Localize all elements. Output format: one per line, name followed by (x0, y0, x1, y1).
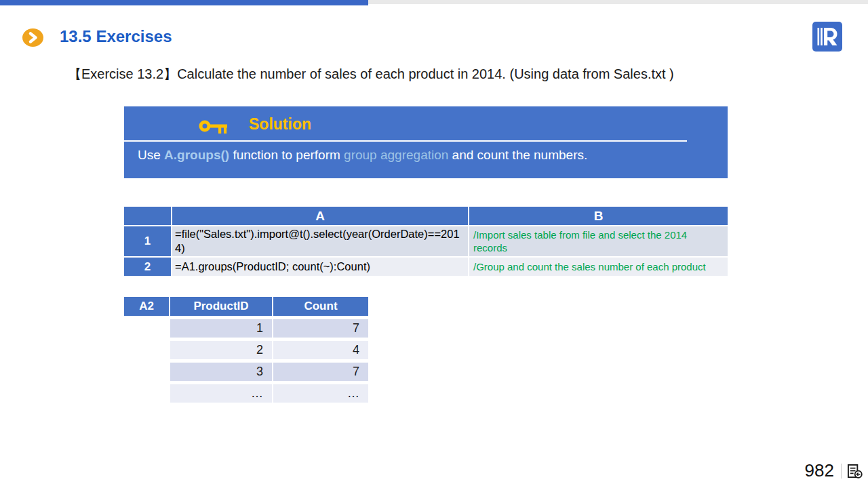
productid-value: 2 (170, 341, 272, 359)
top-secondary-bar (368, 0, 868, 4)
solution-text-part: function to perform (229, 148, 344, 162)
count-value: 4 (273, 341, 368, 359)
top-accent-bar (0, 0, 368, 5)
count-value: 7 (273, 319, 368, 338)
result-header-count: Count (273, 297, 368, 316)
footer-divider (841, 464, 842, 479)
solution-text-part: and count the numbers. (448, 148, 587, 162)
code-cell-a1: =file("Sales.txt").import@t().select(yea… (172, 226, 468, 256)
solution-box: Solution Use A.groups() function to perf… (124, 106, 728, 178)
solution-text: Use A.groups() function to perform group… (138, 148, 721, 163)
productid-value: 3 (170, 363, 272, 381)
solution-text-part: Use (138, 148, 164, 162)
count-value: … (273, 384, 368, 403)
result-cell-ref: A2 (124, 297, 169, 316)
comment-cell-b2: /Group and count the sales number of eac… (469, 258, 728, 276)
esproc-logo (812, 22, 842, 52)
page-title: 13.5 Exercises (60, 27, 172, 46)
productid-value: … (170, 384, 272, 403)
code-table-header-a: A (172, 207, 468, 225)
key-icon (199, 119, 230, 136)
solution-code-ref: A.groups() (164, 148, 229, 162)
table-row: 3 7 (124, 363, 368, 381)
productid-value: 1 (170, 319, 272, 338)
row-number: 2 (124, 258, 171, 276)
slide: 13.5 Exercises 【Exercise 13.2】Calculate … (0, 0, 868, 488)
table-row: … … (124, 384, 368, 403)
table-row: 2 4 (124, 341, 368, 359)
count-value: 7 (273, 363, 368, 381)
result-table: A2 ProductID Count 1 7 2 4 3 7 … … (124, 297, 368, 403)
solution-divider (124, 140, 687, 142)
code-table-header-b: B (469, 207, 728, 225)
table-row: 1 7 (124, 319, 368, 338)
code-table-corner-cell (124, 207, 171, 225)
code-table: A B 1 =file("Sales.txt").import@t().sele… (124, 207, 728, 276)
solution-keyword: group aggregation (344, 148, 448, 162)
result-header-productid: ProductID (170, 297, 272, 316)
comment-cell-b1: /Import sales table from file and select… (469, 226, 728, 256)
row-number: 1 (124, 226, 171, 256)
return-to-contents-icon[interactable] (847, 464, 863, 479)
result-table-header: A2 ProductID Count (124, 297, 368, 316)
exercise-statement: 【Exercise 13.2】Calculate the number of s… (68, 65, 827, 83)
chevron-right-icon (22, 28, 43, 47)
page-number: 982 (766, 460, 834, 481)
code-cell-a2: =A1.groups(ProductID; count(~):Count) (172, 258, 468, 276)
solution-title: Solution (249, 115, 311, 134)
